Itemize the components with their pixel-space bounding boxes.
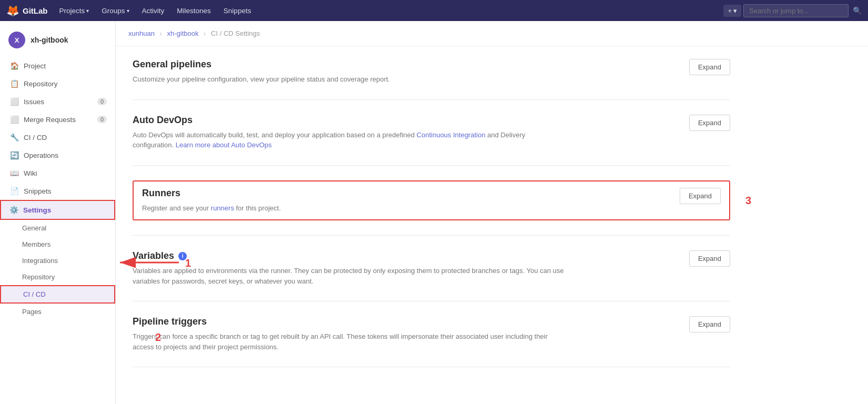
breadcrumb-separator: ›: [204, 29, 206, 37]
variables-section: Variables i Variables are applied to env…: [133, 236, 730, 301]
breadcrumb-current: CI / CD Settings: [211, 29, 260, 37]
section-desc-general-pipelines: Customize your pipeline configuration, v…: [133, 74, 564, 85]
sidebar: X xh-gitbook 🏠 Project 📋 Repository ⬜ Is…: [0, 21, 116, 404]
learn-more-auto-devops-link[interactable]: Learn more about Auto DevOps: [176, 141, 272, 149]
sidebar-sub-integrations[interactable]: Integrations: [0, 252, 115, 269]
sidebar-sub-pages[interactable]: Pages: [0, 304, 115, 320]
gitlab-brand-name: GitLab: [23, 6, 48, 15]
issues-badge: 0: [97, 98, 107, 105]
sidebar-sub-members[interactable]: Members: [0, 236, 115, 252]
sidebar-sub-cicd[interactable]: CI / CD: [0, 285, 115, 304]
issues-icon: ⬜: [10, 97, 18, 106]
page-layout: X xh-gitbook 🏠 Project 📋 Repository ⬜ Is…: [0, 21, 868, 404]
search-input[interactable]: [743, 4, 849, 17]
top-navigation: 🦊 GitLab Projects ▾ Groups ▾ Activity Mi…: [0, 0, 868, 21]
settings-content: General pipelines Customize your pipelin…: [116, 46, 747, 380]
chevron-down-icon: ▾: [127, 8, 129, 14]
repository-icon: 📋: [10, 79, 18, 88]
annotation-3: 3: [745, 194, 751, 206]
runners-section-body: Runners Register and see your runners fo…: [133, 180, 730, 221]
sidebar-item-operations[interactable]: 🔄 Operations: [0, 146, 115, 164]
section-desc-pipeline-triggers: Triggers can force a specific branch or …: [133, 331, 564, 352]
sidebar-sub-general[interactable]: General: [0, 220, 115, 236]
chevron-down-icon: ▾: [86, 8, 89, 14]
main-content: xunhuan › xh-gitbook › CI / CD Settings …: [116, 21, 868, 404]
expand-runners-button[interactable]: Expand: [680, 188, 721, 204]
nav-projects[interactable]: Projects ▾: [54, 0, 95, 21]
avatar: X: [8, 32, 25, 48]
expand-variables-button[interactable]: Expand: [689, 250, 730, 267]
sidebar-item-cicd[interactable]: 🔧 CI / CD: [0, 128, 115, 146]
sidebar-sub-repository[interactable]: Repository: [0, 269, 115, 285]
nav-activity[interactable]: Activity: [137, 0, 170, 21]
general-pipelines-section: General pipelines Customize your pipelin…: [133, 59, 730, 100]
nav-groups[interactable]: Groups ▾: [96, 0, 134, 21]
runners-section: Runners Register and see your runners fo…: [133, 166, 730, 236]
section-title-variables: Variables i: [133, 250, 679, 261]
wiki-icon: 📖: [10, 169, 18, 177]
nav-milestones[interactable]: Milestones: [171, 0, 216, 21]
breadcrumb-separator: ›: [160, 29, 162, 37]
pipeline-triggers-section: Pipeline triggers Triggers can force a s…: [133, 301, 730, 367]
section-desc-variables: Variables are applied to environments vi…: [133, 266, 564, 286]
cicd-icon: 🔧: [10, 133, 18, 142]
home-icon: 🏠: [10, 62, 18, 70]
expand-pipeline-triggers-button[interactable]: Expand: [689, 316, 730, 332]
settings-icon: ⚙️: [9, 206, 18, 214]
sidebar-item-wiki[interactable]: 📖 Wiki: [0, 164, 115, 182]
sidebar-item-repository[interactable]: 📋 Repository: [0, 75, 115, 93]
variables-info-icon[interactable]: i: [178, 252, 187, 260]
auto-devops-section: Auto DevOps Auto DevOps will automatical…: [133, 100, 730, 166]
merge-requests-icon: ⬜: [10, 115, 18, 124]
new-item-button[interactable]: + ▾: [723, 5, 741, 17]
sidebar-item-snippets[interactable]: 📄 Snippets: [0, 182, 115, 200]
runners-link[interactable]: runners: [211, 204, 234, 212]
project-name: xh-gitbook: [31, 36, 68, 44]
merge-requests-badge: 0: [97, 116, 107, 123]
sidebar-item-issues[interactable]: ⬜ Issues 0: [0, 93, 115, 110]
breadcrumb-xh-gitbook[interactable]: xh-gitbook: [167, 29, 198, 37]
section-desc-runners: Register and see your runners for this p…: [142, 203, 573, 214]
project-header: X xh-gitbook: [0, 27, 115, 57]
section-desc-auto-devops: Auto DevOps will automatically build, te…: [133, 130, 564, 150]
gitlab-icon: 🦊: [6, 4, 19, 17]
sidebar-item-project[interactable]: 🏠 Project: [0, 57, 115, 75]
operations-icon: 🔄: [10, 151, 18, 159]
snippets-icon: 📄: [10, 187, 18, 195]
continuous-integration-link[interactable]: Continuous Integration: [417, 131, 486, 139]
gitlab-logo[interactable]: 🦊 GitLab: [6, 4, 48, 17]
sidebar-item-merge-requests[interactable]: ⬜ Merge Requests 0: [0, 110, 115, 128]
section-title-general-pipelines: General pipelines: [133, 59, 679, 70]
section-title-auto-devops: Auto DevOps: [133, 115, 679, 126]
sidebar-item-settings[interactable]: ⚙️ Settings: [0, 200, 115, 220]
chevron-down-icon: ▾: [733, 7, 737, 15]
search-icon[interactable]: 🔍: [853, 6, 862, 15]
section-title-runners: Runners: [142, 188, 669, 199]
breadcrumb-xunhuan[interactable]: xunhuan: [128, 29, 155, 37]
nav-right-bar: + ▾ 🔍: [723, 4, 862, 17]
nav-snippets[interactable]: Snippets: [218, 0, 257, 21]
section-title-pipeline-triggers: Pipeline triggers: [133, 316, 679, 327]
expand-general-pipelines-button[interactable]: Expand: [689, 59, 730, 75]
breadcrumb: xunhuan › xh-gitbook › CI / CD Settings: [116, 21, 868, 46]
expand-auto-devops-button[interactable]: Expand: [689, 115, 730, 131]
